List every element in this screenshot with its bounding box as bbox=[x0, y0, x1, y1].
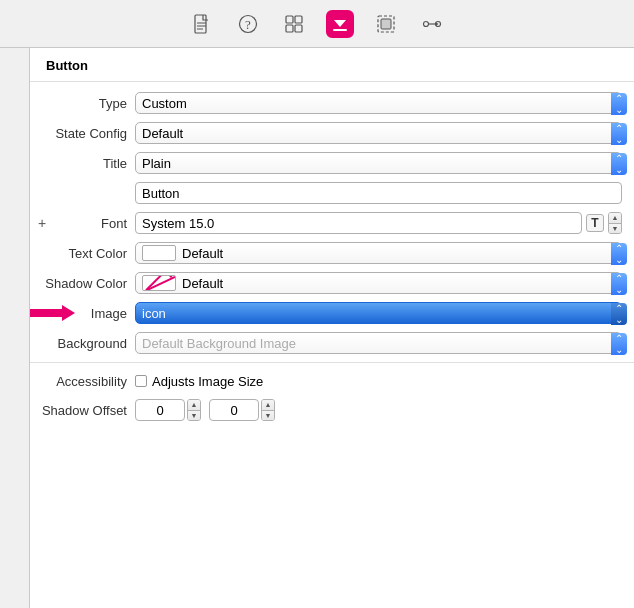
state-config-select[interactable]: Default ⌃⌄ bbox=[135, 122, 622, 144]
type-chevron: ⌃⌄ bbox=[611, 93, 627, 115]
title-chevron: ⌃⌄ bbox=[611, 153, 627, 175]
svg-marker-17 bbox=[436, 22, 439, 26]
shadow-color-row: Shadow Color Default ⌃⌄ bbox=[30, 268, 634, 298]
state-config-value: Default bbox=[142, 126, 615, 141]
text-color-row: Text Color Default ⌃⌄ bbox=[30, 238, 634, 268]
button-text-placeholder-label: . bbox=[30, 186, 135, 201]
shadow-color-select[interactable]: Default ⌃⌄ bbox=[135, 272, 622, 294]
background-row: Background Default Background Image ⌃⌄ bbox=[30, 328, 634, 358]
font-stepper-down[interactable]: ▼ bbox=[609, 224, 621, 234]
inspector-icon[interactable] bbox=[280, 10, 308, 38]
toolbar: ? bbox=[0, 0, 634, 48]
offset-x-stepper-up[interactable]: ▲ bbox=[188, 400, 200, 411]
shadow-offset-label: Shadow Offset bbox=[30, 403, 135, 418]
form-section: Type Custom ⌃⌄ State Config Default bbox=[30, 82, 634, 431]
text-color-swatch bbox=[142, 245, 176, 261]
font-stepper-up[interactable]: ▲ bbox=[609, 213, 621, 224]
panel-title: Button bbox=[30, 48, 634, 82]
main-panel: Button Type Custom ⌃⌄ State Config bbox=[30, 48, 634, 608]
add-font-button[interactable]: + bbox=[38, 215, 46, 231]
state-config-content: Default ⌃⌄ bbox=[135, 122, 622, 144]
font-content: System 15.0 T ▲ ▼ bbox=[135, 212, 622, 234]
accessibility-content: Adjusts Image Size bbox=[135, 374, 622, 389]
offset-y-field: 0 ▲ ▼ bbox=[209, 399, 275, 421]
separator-1 bbox=[30, 362, 634, 363]
background-placeholder: Default Background Image bbox=[142, 336, 615, 351]
title-value: Plain bbox=[142, 156, 615, 171]
font-stepper[interactable]: ▲ ▼ bbox=[608, 212, 622, 234]
image-value: icon bbox=[142, 306, 615, 321]
state-config-row: State Config Default ⌃⌄ bbox=[30, 118, 634, 148]
font-row: + Font System 15.0 T ▲ ▼ bbox=[30, 208, 634, 238]
type-content: Custom ⌃⌄ bbox=[135, 92, 622, 114]
font-t-icon[interactable]: T bbox=[586, 214, 604, 232]
image-chevron: ⌃⌄ bbox=[611, 303, 627, 325]
button-text-row: . Button bbox=[30, 178, 634, 208]
button-text-input[interactable]: Button bbox=[135, 182, 622, 204]
accessibility-row: Accessibility Adjusts Image Size bbox=[30, 367, 634, 395]
svg-line-18 bbox=[143, 276, 176, 291]
background-content: Default Background Image ⌃⌄ bbox=[135, 332, 622, 354]
svg-rect-10 bbox=[333, 29, 347, 31]
title-content: Plain ⌃⌄ bbox=[135, 152, 622, 174]
offset-x-stepper[interactable]: ▲ ▼ bbox=[187, 399, 201, 421]
connections-icon[interactable] bbox=[418, 10, 446, 38]
svg-rect-7 bbox=[295, 16, 302, 23]
shadow-color-label: Shadow Color bbox=[30, 276, 135, 291]
adjusts-image-size-checkbox[interactable] bbox=[135, 375, 147, 387]
offset-x-value: 0 bbox=[156, 403, 163, 418]
offset-x-stepper-down[interactable]: ▼ bbox=[188, 411, 200, 421]
file-icon[interactable] bbox=[188, 10, 216, 38]
attributes-icon[interactable] bbox=[326, 10, 354, 38]
offset-y-stepper[interactable]: ▲ ▼ bbox=[261, 399, 275, 421]
title-label: Title bbox=[30, 156, 135, 171]
text-color-chevron: ⌃⌄ bbox=[611, 243, 627, 265]
svg-marker-11 bbox=[334, 20, 346, 27]
offset-y-value: 0 bbox=[230, 403, 237, 418]
svg-text:?: ? bbox=[245, 17, 251, 32]
shadow-offset-content: 0 ▲ ▼ 0 ▲ bbox=[135, 399, 622, 421]
type-value: Custom bbox=[142, 96, 615, 111]
offset-y-stepper-up[interactable]: ▲ bbox=[262, 400, 274, 411]
font-field[interactable]: System 15.0 bbox=[135, 212, 582, 234]
offset-y-stepper-down[interactable]: ▼ bbox=[262, 411, 274, 421]
adjusts-image-size-label: Adjusts Image Size bbox=[152, 374, 263, 389]
svg-rect-0 bbox=[195, 15, 206, 33]
offset-y-input[interactable]: 0 bbox=[209, 399, 259, 421]
accessibility-label: Accessibility bbox=[30, 374, 135, 389]
image-content: icon ⌃⌄ bbox=[135, 302, 622, 324]
state-config-chevron: ⌃⌄ bbox=[611, 123, 627, 145]
left-bar bbox=[0, 48, 30, 608]
title-row: Title Plain ⌃⌄ bbox=[30, 148, 634, 178]
font-value: System 15.0 bbox=[142, 216, 214, 231]
size-icon[interactable] bbox=[372, 10, 400, 38]
offset-x-input[interactable]: 0 bbox=[135, 399, 185, 421]
help-icon[interactable]: ? bbox=[234, 10, 262, 38]
state-config-label: State Config bbox=[30, 126, 135, 141]
type-select[interactable]: Custom ⌃⌄ bbox=[135, 92, 622, 114]
offset-x-field: 0 ▲ ▼ bbox=[135, 399, 201, 421]
title-select[interactable]: Plain ⌃⌄ bbox=[135, 152, 622, 174]
offset-inputs: 0 ▲ ▼ 0 ▲ bbox=[135, 399, 622, 421]
image-arrow-indicator bbox=[30, 301, 75, 325]
svg-rect-9 bbox=[295, 25, 302, 32]
svg-rect-13 bbox=[381, 19, 391, 29]
text-color-content: Default ⌃⌄ bbox=[135, 242, 622, 264]
text-color-label: Text Color bbox=[30, 246, 135, 261]
shadow-color-content: Default ⌃⌄ bbox=[135, 272, 622, 294]
shadow-offset-row: Shadow Offset 0 ▲ ▼ bbox=[30, 395, 634, 425]
image-row: Image icon ⌃⌄ bbox=[30, 298, 634, 328]
image-select[interactable]: icon ⌃⌄ bbox=[135, 302, 622, 324]
adjusts-image-size-checkbox-label[interactable]: Adjusts Image Size bbox=[135, 374, 263, 389]
main-layout: Button Type Custom ⌃⌄ State Config bbox=[0, 48, 634, 608]
type-row: Type Custom ⌃⌄ bbox=[30, 88, 634, 118]
background-select[interactable]: Default Background Image ⌃⌄ bbox=[135, 332, 622, 354]
background-chevron: ⌃⌄ bbox=[611, 333, 627, 355]
button-text-content: Button bbox=[135, 182, 622, 204]
svg-rect-8 bbox=[286, 25, 293, 32]
type-label: Type bbox=[30, 96, 135, 111]
text-color-select[interactable]: Default ⌃⌄ bbox=[135, 242, 622, 264]
svg-point-14 bbox=[424, 21, 429, 26]
svg-rect-6 bbox=[286, 16, 293, 23]
svg-marker-19 bbox=[30, 305, 75, 321]
